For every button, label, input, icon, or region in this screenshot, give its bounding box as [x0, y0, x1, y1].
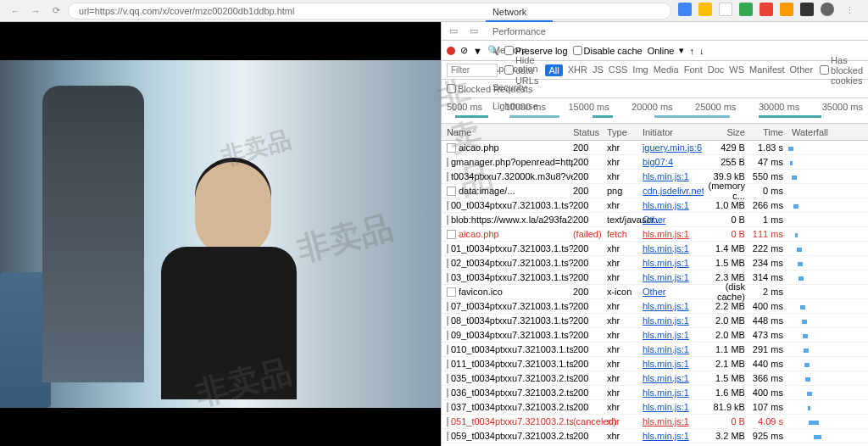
ext-icon[interactable] [780, 3, 793, 16]
type-filter-media[interactable]: Media [654, 64, 679, 76]
request-row[interactable]: t0034ptxxu7.32000k.m3u8?ver=4200xhrhls.m… [442, 170, 868, 184]
devtools-tabs: ▭ ▭ ElementsConsoleSourcesNetworkPerform… [442, 22, 868, 41]
search-icon[interactable]: 🔍 [487, 45, 499, 56]
type-filter-ws[interactable]: WS [729, 64, 744, 76]
col-type[interactable]: Type [607, 127, 643, 137]
type-filter-manifest[interactable]: Manifest [749, 64, 785, 76]
network-table-body[interactable]: aicao.php200xhrjquery.min.js:6429 B1.83 … [442, 141, 868, 446]
chevron-down-icon[interactable]: ▾ [679, 45, 684, 56]
ext-icon[interactable] [678, 3, 692, 16]
request-row[interactable]: 02_t0034ptxxu7.321003.1.ts?index=2&star.… [442, 256, 868, 270]
ext-icon[interactable] [719, 3, 732, 16]
download-icon[interactable]: ↓ [699, 46, 704, 56]
col-status[interactable]: Status [573, 127, 607, 137]
request-row[interactable]: aicao.php200xhrjquery.min.js:6429 B1.83 … [442, 141, 868, 155]
address-bar[interactable]: url=https://v.qq.com/x/cover/mzc00200db1… [68, 3, 671, 20]
back-button[interactable]: ← [7, 3, 24, 20]
request-row[interactable]: 07_t0034ptxxu7.321003.1.ts?index=7&star.… [442, 299, 868, 314]
inspect-icon[interactable]: ▭ [445, 23, 462, 40]
extension-icons: ⋮ [678, 3, 861, 20]
request-row[interactable]: 010_t0034ptxxu7.321003.1.ts?index=10&s..… [442, 343, 868, 357]
disable-cache-checkbox[interactable]: Disable cache [573, 46, 643, 56]
request-row[interactable]: 037_t0034ptxxu7.321003.2.ts?index=37&s..… [442, 400, 868, 415]
type-filter-all[interactable]: All [545, 64, 562, 76]
col-initiator[interactable]: Initiator [643, 127, 704, 137]
record-button[interactable] [447, 47, 455, 55]
request-row[interactable]: 01_t0034ptxxu7.321003.1.ts?index=1&star.… [442, 242, 868, 256]
tab-network[interactable]: Network [486, 3, 553, 22]
request-row[interactable]: gmanager.php?openread=https%3A%2F%...200… [442, 155, 868, 170]
forward-button[interactable]: → [27, 3, 44, 20]
request-row[interactable]: 051_t0034ptxxu7.321003.2.ts?index=51&s..… [442, 415, 868, 429]
ext-icon[interactable] [760, 3, 773, 16]
clear-icon[interactable]: ⊘ [460, 45, 468, 56]
request-row[interactable]: 036_t0034ptxxu7.321003.2.ts?index=36&s..… [442, 386, 868, 400]
col-size[interactable]: Size [704, 127, 750, 137]
type-filter-doc[interactable]: Doc [708, 64, 725, 76]
url-text: url=https://v.qq.com/x/cover/mzc00200db1… [79, 6, 294, 16]
request-row[interactable]: 035_t0034ptxxu7.321003.2.ts?index=35&s..… [442, 371, 868, 386]
tab-performance[interactable]: Performance [486, 22, 553, 41]
request-row[interactable]: 011_t0034ptxxu7.321003.1.ts?index=11&s..… [442, 357, 868, 371]
scene-person-standing [42, 86, 144, 382]
timeline[interactable]: 5000 ms10000 ms15000 ms20000 ms25000 ms3… [442, 98, 868, 124]
col-time[interactable]: Time [750, 127, 788, 137]
ext-icon[interactable] [800, 3, 814, 16]
type-filter-css[interactable]: CSS [609, 64, 628, 76]
request-row[interactable]: 08_t0034ptxxu7.321003.1.ts?index=8&star.… [442, 314, 868, 328]
type-filter-xhr[interactable]: XHR [568, 64, 587, 76]
request-row[interactable]: 03_t0034ptxxu7.321003.1.ts?index=3&star.… [442, 270, 868, 285]
profile-icon[interactable] [821, 3, 834, 16]
devtools-panel: ▭ ▭ ElementsConsoleSourcesNetworkPerform… [441, 22, 868, 446]
upload-icon[interactable]: ↑ [689, 46, 694, 56]
video-player[interactable]: 非卖品 非卖品 非卖品 非卖品 [0, 22, 441, 446]
ext-icon[interactable] [698, 3, 712, 16]
filter-row: Hide data URLs AllXHRJSCSSImgMediaFontDo… [442, 61, 868, 80]
request-row[interactable]: 09_t0034ptxxu7.321003.1.ts?index=9&star.… [442, 328, 868, 343]
type-filter-img[interactable]: Img [632, 64, 648, 76]
throttle-select[interactable]: Online [648, 46, 675, 56]
filter-icon[interactable]: ▼ [473, 46, 482, 56]
col-waterfall[interactable]: Waterfall [788, 127, 868, 137]
type-filter-js[interactable]: JS [593, 64, 604, 76]
request-row[interactable]: 00_t0034ptxxu7.321003.1.ts?index=0&star.… [442, 198, 868, 213]
menu-icon[interactable]: ⋮ [841, 3, 858, 20]
type-filter-font[interactable]: Font [684, 64, 703, 76]
network-table-header: Name Status Type Initiator Size Time Wat… [442, 124, 868, 141]
browser-toolbar: ← → ⟳ url=https://v.qq.com/x/cover/mzc00… [0, 0, 868, 22]
request-row[interactable]: favicon.ico200x-iconOther(disk cache)2 m… [442, 285, 868, 299]
reload-button[interactable]: ⟳ [47, 3, 64, 20]
type-filter-other[interactable]: Other [790, 64, 814, 76]
request-row[interactable]: aicao.php(failed)fetchhls.min.js:10 B111… [442, 227, 868, 242]
device-icon[interactable]: ▭ [465, 23, 482, 40]
request-row[interactable]: blob:https://www.x.la/a293fa2b-bb38-4...… [442, 213, 868, 227]
request-row[interactable]: data:image/...200pngcdn.jsdelivr.net/gh/… [442, 184, 868, 198]
ext-icon[interactable] [739, 3, 753, 16]
blocked-requests-row: Blocked Requests [442, 80, 868, 98]
request-row[interactable]: 059_t0034ptxxu7.321003.2.ts?index=59&s..… [442, 429, 868, 443]
